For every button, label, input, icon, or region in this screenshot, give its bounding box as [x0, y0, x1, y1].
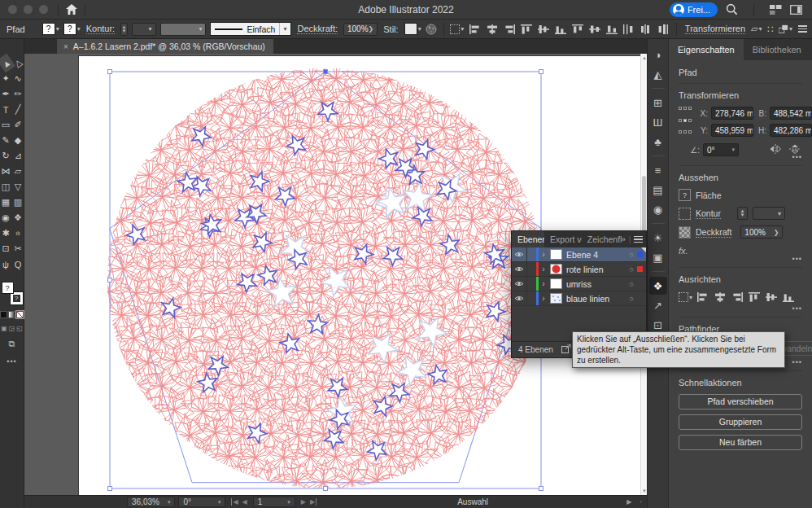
pen-tool[interactable]: ✒	[0, 86, 12, 102]
y-field[interactable]: 458,959 mm	[711, 124, 753, 137]
gradient-panel-icon[interactable]: ▤	[649, 181, 667, 199]
kontur-link[interactable]: Kontur	[696, 208, 721, 219]
tab-bibliotheken[interactable]: Bibliotheken	[744, 39, 810, 60]
reference-point-widget[interactable]	[679, 107, 692, 141]
more-options-button[interactable]: •••	[792, 358, 802, 366]
layer-visibility-icon[interactable]	[512, 265, 526, 273]
drawing-modes[interactable]: ▣ ◲ ◱	[1, 325, 23, 332]
layer-row[interactable]: ›umriss○	[512, 277, 646, 291]
align-left-icon[interactable]	[468, 23, 482, 36]
fill-proxy[interactable]: ?	[2, 282, 14, 294]
stroke-weight-stepper[interactable]: ▲▼	[120, 23, 128, 36]
layers-panel-icon[interactable]: ❖	[649, 277, 667, 295]
height-field[interactable]: 482,286 mm	[770, 124, 812, 137]
zoom-level-dropdown[interactable]: 36,03%▾	[127, 497, 175, 507]
layer-thumbnail[interactable]	[550, 249, 562, 260]
eyedropper-tool[interactable]: ◉	[0, 210, 12, 226]
artboard-navigation-next[interactable]: ▶ ▶	[301, 498, 317, 506]
type-tool[interactable]: T	[0, 102, 12, 117]
kontur-label[interactable]: Kontur:	[86, 24, 115, 34]
distribute-bottom-icon[interactable]	[605, 23, 618, 36]
angle-dropdown[interactable]: 0°▾	[703, 143, 739, 156]
fill-stroke-widget[interactable]: ? ?	[2, 282, 23, 304]
layer-row[interactable]: ›blaue linien○	[512, 291, 646, 306]
gradient-button[interactable]	[8, 311, 15, 318]
layer-visibility-icon[interactable]	[512, 251, 526, 258]
scroll-up-icon[interactable]: ▲	[641, 54, 647, 62]
pfad-verschieben-button[interactable]: Pfad verschieben	[679, 394, 802, 409]
rotation-dropdown[interactable]: 0°▾	[178, 497, 225, 507]
artboard-tool[interactable]: ⊡	[0, 241, 12, 256]
align-right-icon[interactable]	[502, 23, 516, 36]
flip-horizontal-icon[interactable]	[770, 144, 781, 155]
home-icon[interactable]	[66, 4, 77, 15]
rectangle-tool[interactable]: ▭	[0, 117, 12, 133]
distribute-right-icon[interactable]	[656, 23, 670, 36]
isolate-icon[interactable]: ∷	[766, 23, 775, 36]
layer-name[interactable]: blaue linien	[566, 294, 630, 304]
fx-button[interactable]: fx.	[679, 244, 802, 262]
swatches-panel-icon[interactable]: ⊞	[649, 94, 667, 112]
graphic-styles-panel-icon[interactable]: ▣	[649, 248, 667, 266]
close-tab-icon[interactable]: ×	[63, 42, 68, 51]
color-button[interactable]	[0, 311, 7, 318]
tab-ebenen[interactable]: Ebenen	[512, 231, 544, 247]
layer-selection-badge[interactable]	[637, 296, 643, 301]
close-window-button[interactable]	[8, 5, 17, 14]
more-options-button[interactable]: •••	[792, 255, 802, 263]
artboard-number-dropdown[interactable]: 1▾	[253, 497, 295, 507]
magic-wand-tool[interactable]: ✦	[0, 71, 12, 86]
layer-selection-badge[interactable]	[637, 252, 643, 257]
gradient-tool[interactable]: ▥	[12, 195, 24, 210]
distribute-top-icon[interactable]	[570, 23, 584, 36]
status-next-icon[interactable]: ▶‹	[626, 498, 642, 506]
panel-menu-icon[interactable]	[634, 236, 643, 243]
layer-target-icon[interactable]: ○	[630, 280, 634, 288]
layer-thumbnail[interactable]	[550, 278, 562, 289]
screen-mode-icon[interactable]: ⧉	[9, 339, 15, 349]
search-icon[interactable]	[726, 3, 738, 15]
layer-visibility-icon[interactable]	[512, 280, 526, 287]
align-right-icon[interactable]	[730, 291, 744, 304]
first-artboard-icon[interactable]: ◀	[231, 498, 238, 506]
collect-for-export-icon[interactable]	[561, 344, 571, 355]
stroke-swatch-panel[interactable]	[679, 208, 691, 220]
align-center-vertical-icon[interactable]	[536, 23, 550, 36]
layer-selection-badge[interactable]	[637, 281, 643, 287]
workspace-switcher-icon[interactable]	[770, 5, 782, 15]
rotate-tool[interactable]: ↻	[0, 148, 12, 164]
neu-faerben-button[interactable]: Neu färben	[679, 435, 802, 450]
align-center-horizontal-icon[interactable]	[713, 291, 727, 304]
shaper-tool[interactable]: ✎	[0, 133, 12, 148]
width-field[interactable]: 488,542 mm	[770, 107, 812, 120]
shape-builder-tool[interactable]: ◫	[0, 179, 12, 195]
color-guide2-panel-icon[interactable]: ☀	[649, 229, 667, 247]
tab-eigenschaften[interactable]: Eigenschaften	[669, 39, 744, 60]
export-panel-icon[interactable]: ↗	[649, 296, 667, 314]
blend-tool[interactable]: ❖	[12, 210, 24, 226]
document-tab[interactable]: × A–1.6.2 Lasern 2.pdf* @ 36,03 % (RGB/V…	[57, 39, 273, 54]
tab-zeichenflaechen[interactable]: Zeichenflä	[582, 231, 622, 247]
next-artboard-icon[interactable]: ▶	[301, 498, 306, 506]
scale-tool[interactable]: ⊿	[12, 148, 24, 164]
share-button[interactable]: Frei...	[670, 2, 718, 17]
minimize-window-button[interactable]	[24, 5, 33, 14]
distribute-center-icon[interactable]	[639, 23, 653, 36]
recolor-artwork-icon[interactable]	[426, 23, 437, 36]
transparency-panel-icon[interactable]: ◉	[649, 200, 667, 218]
column-graph-tool[interactable]: ılı	[12, 226, 24, 241]
line-segment-tool[interactable]: ╱	[12, 102, 24, 117]
gruppieren-button[interactable]: Gruppieren	[679, 414, 802, 430]
layer-visibility-icon[interactable]	[512, 295, 526, 302]
perspective-grid-tool[interactable]: ▽	[12, 179, 24, 195]
layer-name[interactable]: umriss	[566, 279, 630, 289]
align-center-vertical-icon[interactable]	[764, 291, 778, 304]
stroke-profile-dropdown[interactable]: Einfach ▾	[210, 22, 291, 36]
layer-target-icon[interactable]: ○	[630, 251, 634, 259]
zoom-window-button[interactable]	[39, 5, 48, 14]
layer-lock-cell[interactable]	[526, 291, 536, 305]
transform-panel-link[interactable]: Transformieren	[685, 24, 745, 34]
lasso-tool[interactable]: ∿	[12, 71, 24, 86]
arrange-documents-icon[interactable]	[790, 5, 802, 15]
align-to-dropdown[interactable]: ▾	[679, 291, 692, 304]
